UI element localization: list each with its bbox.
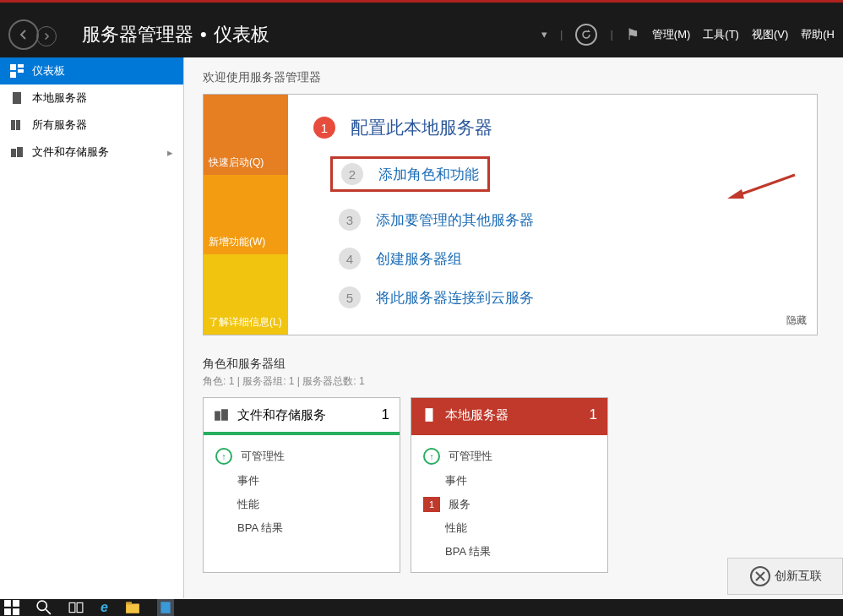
card-count: 1 (590, 406, 597, 423)
watermark: 创新互联 (727, 558, 843, 595)
card-title: 文件和存储服务 (237, 407, 373, 423)
menu-view[interactable]: 视图(V) (752, 27, 788, 42)
step-connect-cloud[interactable]: 将此服务器连接到云服务 (376, 288, 534, 308)
card-row-bpa[interactable]: BPA 结果 (423, 540, 596, 564)
content: 欢迎使用服务器管理器 快速启动(Q) 新增功能(W) 了解详细信息(L) 1 配… (184, 57, 843, 598)
card-row-perf[interactable]: 性能 (423, 516, 596, 540)
sidebar-item-label: 文件和存储服务 (32, 144, 109, 160)
step-create-group[interactable]: 创建服务器组 (376, 249, 462, 269)
card-local-server[interactable]: 本地服务器 1 ↑可管理性 事件 1服务 性能 BPA 结果 (411, 397, 608, 573)
menu-manage[interactable]: 管理(M) (652, 27, 691, 42)
explorer-icon[interactable] (125, 600, 140, 615)
step-num: 1 (313, 117, 335, 139)
card-row-manage[interactable]: ↑可管理性 (215, 444, 388, 469)
servers-icon (10, 118, 24, 132)
header: 服务器管理器 • 仪表板 ▾ | | ⚑ 管理(M) 工具(T) 视图(V) 帮… (0, 11, 843, 57)
card-row-perf[interactable]: 性能 (215, 493, 388, 516)
card-row-events[interactable]: 事件 (423, 469, 596, 493)
menu-tools[interactable]: 工具(T) (703, 27, 739, 42)
app-name: 服务器管理器 (82, 22, 193, 47)
tiles: 快速启动(Q) 新增功能(W) 了解详细信息(L) (204, 95, 288, 335)
card-header: 文件和存储服务 1 (204, 398, 400, 435)
search-icon[interactable] (36, 600, 52, 615)
step-num: 2 (341, 163, 363, 185)
card-row-bpa[interactable]: BPA 结果 (215, 516, 388, 540)
card-row-services[interactable]: 1服务 (423, 493, 596, 516)
step-num: 3 (339, 209, 361, 231)
svg-rect-2 (18, 69, 24, 73)
step-4: 4 创建服务器组 (339, 248, 791, 270)
card-body: ↑可管理性 事件 1服务 性能 BPA 结果 (411, 435, 607, 572)
step-2: 2 添加角色和功能 (330, 156, 490, 192)
svg-rect-17 (4, 608, 11, 615)
tile-learnmore[interactable]: 了解详细信息(L) (204, 254, 288, 335)
step-num: 4 (339, 248, 361, 270)
sidebar: 仪表板 本地服务器 所有服务器 文件和存储服务 ▸ (0, 57, 184, 598)
sidebar-item-storage[interactable]: 文件和存储服务 ▸ (0, 139, 183, 166)
tile-whatsnew[interactable]: 新增功能(W) (204, 175, 288, 255)
server-icon (10, 91, 24, 105)
step-add-servers[interactable]: 添加要管理的其他服务器 (376, 210, 534, 230)
sidebar-item-local[interactable]: 本地服务器 (0, 84, 183, 112)
card-count: 1 (382, 406, 389, 423)
breadcrumb-separator: • (200, 24, 207, 46)
card-file-storage[interactable]: 文件和存储服务 1 ↑可管理性 事件 性能 BPA 结果 (203, 397, 400, 573)
svg-rect-15 (4, 600, 11, 607)
back-button[interactable] (8, 19, 39, 50)
svg-rect-24 (126, 602, 132, 604)
svg-rect-11 (215, 412, 220, 421)
svg-rect-0 (10, 64, 16, 70)
quickstart-panel: 快速启动(Q) 新增功能(W) 了解详细信息(L) 1 配置此本地服务器 2 添… (203, 94, 818, 335)
breadcrumb: 服务器管理器 • 仪表板 (82, 22, 269, 47)
svg-rect-3 (10, 72, 16, 78)
card-row-events[interactable]: 事件 (215, 469, 388, 493)
sidebar-item-all[interactable]: 所有服务器 (0, 112, 183, 139)
ie-icon[interactable]: e (101, 600, 108, 615)
step-add-roles[interactable]: 添加角色和功能 (378, 165, 479, 184)
taskview-icon[interactable] (68, 600, 84, 615)
svg-rect-18 (13, 608, 19, 615)
taskbar: e (0, 599, 843, 616)
svg-rect-16 (13, 600, 19, 607)
chevron-right-icon: ▸ (167, 146, 173, 159)
svg-rect-4 (13, 92, 21, 104)
svg-rect-22 (77, 602, 83, 612)
tile-quickstart[interactable]: 快速启动(Q) (204, 95, 288, 175)
svg-rect-21 (69, 602, 75, 612)
nav-arrows (8, 19, 57, 50)
step-configure-local[interactable]: 配置此本地服务器 (351, 116, 492, 139)
sidebar-item-dashboard[interactable]: 仪表板 (0, 57, 183, 84)
servermanager-icon[interactable] (157, 599, 174, 616)
menu-help[interactable]: 帮助(H (801, 27, 835, 42)
steps: 1 配置此本地服务器 2 添加角色和功能 3 添加要管理的其他服务器 4 创建服… (288, 95, 817, 335)
forward-button[interactable] (36, 26, 57, 46)
refresh-icon[interactable] (575, 24, 597, 46)
flag-icon[interactable]: ⚑ (626, 25, 639, 44)
start-icon[interactable] (4, 600, 19, 615)
storage-icon (10, 145, 24, 159)
step-5: 5 将此服务器连接到云服务 (339, 286, 791, 308)
svg-rect-6 (16, 120, 20, 130)
svg-rect-7 (11, 149, 16, 157)
step-1: 1 配置此本地服务器 (313, 116, 791, 139)
dropdown-icon[interactable]: ▾ (541, 28, 547, 41)
card-body: ↑可管理性 事件 性能 BPA 结果 (204, 435, 400, 548)
svg-point-19 (37, 601, 46, 610)
hide-link[interactable]: 隐藏 (786, 313, 807, 328)
svg-rect-5 (11, 120, 15, 130)
dashboard-icon (10, 64, 24, 78)
cards: 文件和存储服务 1 ↑可管理性 事件 性能 BPA 结果 本地服务器 1 ↑可管 (203, 397, 818, 573)
svg-rect-1 (18, 64, 24, 68)
storage-icon (214, 407, 229, 422)
card-row-manage[interactable]: ↑可管理性 (423, 444, 596, 469)
roles-subtitle: 角色: 1 | 服务器组: 1 | 服务器总数: 1 (203, 374, 818, 389)
roles-title: 角色和服务器组 (203, 357, 818, 372)
svg-rect-8 (17, 147, 23, 157)
sidebar-item-label: 所有服务器 (32, 117, 87, 133)
svg-rect-25 (160, 602, 170, 613)
header-right: ▾ | | ⚑ 管理(M) 工具(T) 视图(V) 帮助(H (541, 24, 835, 46)
window-titlebar (0, 0, 843, 11)
welcome-text: 欢迎使用服务器管理器 (203, 70, 818, 85)
card-header: 本地服务器 1 (411, 398, 607, 435)
sidebar-item-label: 仪表板 (32, 63, 65, 79)
